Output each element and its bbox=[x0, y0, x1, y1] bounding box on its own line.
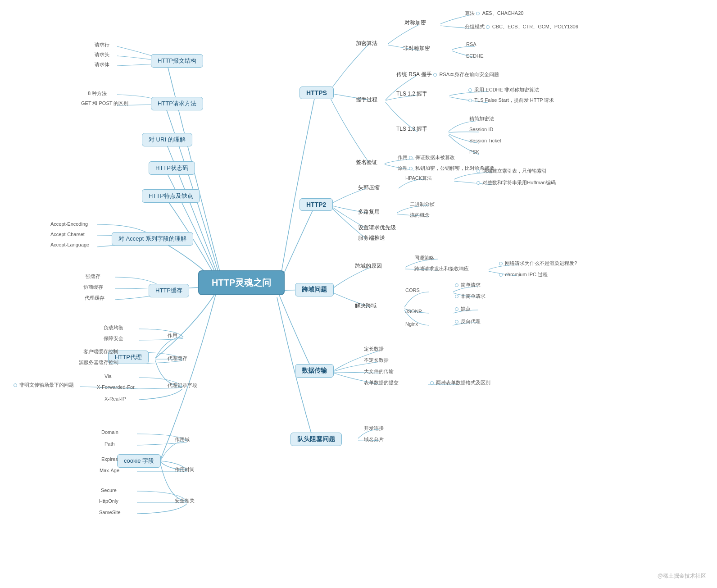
fixed-len-label: 定长数据 bbox=[364, 346, 384, 352]
center-label: HTTP灵魂之问 bbox=[198, 270, 285, 295]
req-header-label: 请求头 bbox=[95, 51, 109, 58]
large-file-node: 大文件的传输 bbox=[364, 368, 394, 375]
aes-label: AES、CHACHA20 bbox=[482, 10, 524, 17]
cross-label: 跨域问题 bbox=[295, 283, 334, 296]
tls-false-node: TLS False Start，提前发 HTTP 请求 bbox=[468, 97, 554, 104]
cache-node: HTTP缓存 bbox=[149, 284, 189, 297]
domain-label: Domain bbox=[101, 429, 118, 435]
expires-node: Expires bbox=[101, 456, 118, 462]
expires-label: Expires bbox=[101, 456, 118, 462]
http-msg-label: HTTP报文结构 bbox=[151, 54, 203, 68]
hpack2-node: 对整数和字符串采用Huffman编码 bbox=[476, 179, 556, 186]
var-len-label: 不定长数据 bbox=[364, 357, 389, 364]
jsonp-defect-bullet bbox=[455, 307, 458, 311]
accept-language-node: Accept-Language bbox=[50, 242, 89, 248]
httponly-node: HttpOnly bbox=[99, 498, 118, 504]
non-clear-bullet bbox=[14, 383, 17, 387]
negotiation-cache-node: 协商缓存 bbox=[83, 284, 103, 291]
http-status-label: HTTP状态码 bbox=[149, 161, 195, 175]
samesite-node: SameSite bbox=[99, 509, 121, 515]
rsa-hs-node: 传统 RSA 握手 RSA本身存在前向安全问题 bbox=[396, 71, 499, 78]
secure-label: Secure bbox=[101, 488, 117, 493]
strong-cache-label: 强缓存 bbox=[86, 273, 100, 280]
asymm-label: 非对称加密 bbox=[403, 45, 430, 52]
http-feature-node: HTTP特点及缺点 bbox=[142, 189, 200, 203]
sign-use-node: 作用 保证数据未被篡改 bbox=[398, 154, 455, 161]
get-post-label: GET 和 POST 的区别 bbox=[81, 100, 128, 107]
tls-false-bullet bbox=[468, 99, 472, 102]
accept-charset-node: Accept-Charset bbox=[50, 231, 85, 237]
rsa-hs-detail: RSA本身存在前向安全问题 bbox=[439, 71, 499, 78]
jsonp-defect-label: 缺点 bbox=[461, 305, 471, 312]
sign-theory-label: 原理 bbox=[398, 165, 408, 172]
pipeline-label: 开发连接 bbox=[364, 425, 384, 432]
hpack1-node: 两端建立索引表，只传输索引 bbox=[476, 168, 547, 174]
hpack1-label: 两端建立索引表，只传输索引 bbox=[482, 168, 547, 174]
solve-cross-node: 解决跨域 bbox=[355, 302, 377, 310]
encrypt-node: 加密算法 bbox=[356, 40, 377, 47]
sign-theory-bullet bbox=[409, 167, 413, 170]
sign-use-label: 作用 bbox=[398, 154, 408, 161]
req-line-node: 请求行 bbox=[95, 41, 109, 48]
watermark: @稀土掘金技术社区 bbox=[658, 572, 706, 580]
http-status-node: HTTP状态码 bbox=[149, 161, 195, 175]
http2-node: HTTP2 bbox=[300, 198, 333, 211]
reverse-proxy-node: 反向代理 bbox=[455, 318, 481, 325]
ecdhe-note-node: 采用 ECDHE 非对称加密算法 bbox=[468, 87, 539, 93]
cors-node: CORS bbox=[405, 287, 420, 293]
header-compress-label: 头部压缩 bbox=[358, 184, 380, 191]
algorithm-label: 算法 bbox=[465, 10, 475, 17]
sign-use-bullet bbox=[409, 156, 413, 160]
cookie-node: cookie 字段 bbox=[117, 454, 161, 468]
req-body-label: 请求体 bbox=[95, 61, 109, 68]
cross-reason-node: 跨域的原因 bbox=[355, 262, 382, 270]
server-cache-node: 源服务器缓存控制 bbox=[79, 359, 118, 366]
block-bullet bbox=[486, 25, 490, 29]
accept-language-label: Accept-Language bbox=[50, 242, 89, 247]
ecdhe-note-label: 采用 ECDHE 非对称加密算法 bbox=[474, 87, 539, 93]
req-line-label: 请求行 bbox=[95, 41, 109, 48]
jsonp-node: JSONP bbox=[405, 308, 422, 315]
lb-node: 负载均衡 bbox=[104, 324, 123, 331]
var-len-node: 不定长数据 bbox=[364, 357, 389, 364]
form-data-bullet bbox=[430, 381, 434, 385]
tls12-node: TLS 1.2 握手 bbox=[396, 90, 427, 98]
multiplex-label: 多路复用 bbox=[358, 208, 380, 216]
tls12-label: TLS 1.2 握手 bbox=[396, 90, 427, 98]
handshake-node: 握手过程 bbox=[356, 96, 377, 104]
chromium-label: chromium IPC 过程 bbox=[505, 271, 548, 278]
cbc-label: CBC、ECB、CTR、GCM、POLY1306 bbox=[492, 23, 578, 30]
jsonp-defect-node: 缺点 bbox=[455, 305, 471, 312]
accept-encoding-node: Accept-Encoding bbox=[50, 221, 88, 227]
proxy-cache2-node: 代理缓存 bbox=[168, 355, 187, 362]
cookie-security-node: 安全相关 bbox=[175, 497, 195, 504]
cross-node: 跨域问题 bbox=[295, 283, 334, 296]
chromium-bullet bbox=[499, 273, 503, 277]
hol-node: 队头阻塞问题 bbox=[290, 433, 342, 446]
form-data-detail-node: 两种表单数据格式及区别 bbox=[430, 379, 490, 386]
client-cache-label: 客户端缓存控制 bbox=[83, 348, 118, 355]
tls13-node: TLS 1.3 握手 bbox=[396, 125, 427, 133]
complex-req-bullet bbox=[455, 295, 458, 298]
psk-node: PSK bbox=[469, 149, 479, 155]
security-node: 保障安全 bbox=[104, 335, 123, 342]
tls13-label: TLS 1.3 握手 bbox=[396, 125, 427, 133]
large-file-label: 大文件的传输 bbox=[364, 368, 394, 375]
accept-encoding-label: Accept-Encoding bbox=[50, 221, 88, 227]
center-node: HTTP灵魂之问 bbox=[198, 270, 285, 295]
reverse-proxy-bullet bbox=[455, 320, 458, 324]
priority-node: 设置请求优先级 bbox=[358, 224, 396, 232]
net-req-label: 网络请求为什么不是渲染进程发? bbox=[505, 260, 577, 267]
cookie-time-label: 作用时间 bbox=[175, 466, 195, 473]
hol-label: 队头阻塞问题 bbox=[290, 433, 342, 446]
via-node: Via bbox=[104, 373, 112, 379]
solve-cross-label: 解决跨域 bbox=[355, 302, 377, 310]
server-cache-label: 源服务器缓存控制 bbox=[79, 359, 118, 366]
hpack1-bullet bbox=[476, 169, 480, 173]
proxy-cache-node: 代理缓存 bbox=[85, 295, 104, 301]
uri-node: 对 URI 的理解 bbox=[142, 133, 192, 146]
symm-label: 对称加密 bbox=[404, 19, 426, 27]
hpack2-bullet bbox=[476, 181, 480, 185]
non-clear-node: 非明文传输场景下的问题 bbox=[14, 382, 74, 388]
proxy-cache-label: 代理缓存 bbox=[85, 295, 104, 301]
